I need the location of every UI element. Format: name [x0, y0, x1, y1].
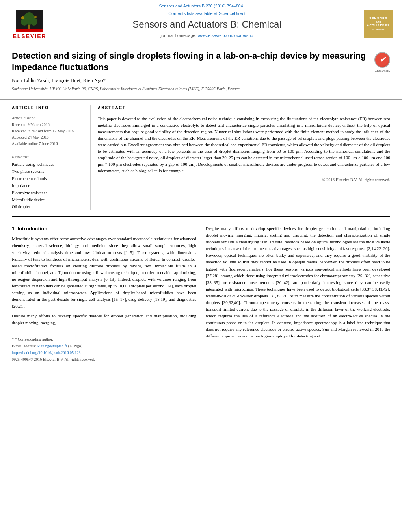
intro-para2-cont: Despite many efforts to develop specific…: [206, 225, 390, 339]
vol-line: Sensors and Actuators B 236 (2016) 794–8…: [8, 3, 394, 9]
kw-5: Electrolyte resistance: [12, 189, 83, 196]
svg-point-6: [34, 16, 37, 18]
journal-header: Sensors and Actuators B 236 (2016) 794–8…: [0, 0, 402, 43]
intro-para2-start: Despite many efforts to develop specific…: [12, 313, 196, 326]
article-title: Detection and sizing of single droplets …: [12, 50, 390, 73]
article-info-col: ARTICLE INFO Article history: Received 9…: [12, 105, 91, 210]
sensors-logo-b: B: Chemical: [372, 28, 385, 31]
contents-line: Contents lists available at ScienceDirec…: [55, 11, 359, 17]
abstract-text: This paper is devoted to the evaluation …: [98, 115, 390, 174]
doi-link[interactable]: http://dx.doi.org/10.1016/j.snb.2016.05.…: [12, 350, 81, 355]
journal-top-bar: ELSEVIER Contents lists available at Sci…: [8, 10, 394, 41]
email-label: E-mail address:: [12, 344, 36, 348]
email-suffix: (K. Ngo).: [68, 344, 84, 348]
main-body: 1. Introduction Microfluidic systems off…: [0, 217, 402, 367]
homepage-url[interactable]: www.elsevier.com/locate/snb: [198, 33, 253, 38]
body-left-col: 1. Introduction Microfluidic systems off…: [12, 225, 196, 363]
journal-homepage: journal homepage: www.elsevier.com/locat…: [55, 33, 359, 39]
two-col-body: 1. Introduction Microfluidic systems off…: [12, 225, 390, 363]
corresponding-note: * * Corresponding author.: [12, 337, 196, 342]
two-col-section: ARTICLE INFO Article history: Received 9…: [0, 99, 402, 210]
abstract-col: ABSTRACT This paper is devoted to the ev…: [91, 105, 390, 210]
svg-rect-7: [16, 29, 43, 32]
elsevier-label: ELSEVIER: [13, 33, 46, 41]
sensors-logo-and: and: [376, 20, 381, 24]
crossmark-area: ✔ CrossMark: [374, 52, 390, 73]
journal-title: Sensors and Actuators B: Chemical: [55, 18, 359, 31]
contents-text: Contents lists available at: [168, 11, 218, 16]
corresponding-text: * Corresponding author.: [15, 337, 53, 341]
received-revised-date: Received in revised form 17 May 2016: [12, 128, 83, 134]
homepage-label: journal homepage:: [161, 33, 197, 38]
sensors-logo-line2: ACTUATORS: [367, 24, 390, 28]
intro-para1: Microfluidic systems offer some attracti…: [12, 235, 196, 310]
crossmark-badge: ✔: [374, 52, 390, 68]
authors-text: Nour Eddin Yakdi, François Huet, Kieu Ng…: [12, 77, 106, 83]
article-header-area: ✔ CrossMark Detection and sizing of sing…: [0, 43, 402, 99]
asterisk: *: [12, 337, 15, 341]
elsevier-logo: ELSEVIER: [8, 10, 51, 41]
intro-title: Introduction: [17, 226, 47, 232]
svg-point-5: [21, 16, 24, 19]
email-link[interactable]: kieu.ngo@upmc.fr: [37, 344, 67, 348]
email-line: E-mail address: kieu.ngo@upmc.fr (K. Ngo…: [12, 343, 196, 349]
intro-num: 1.: [12, 226, 16, 232]
sensors-actuators-logo: SENSORS and ACTUATORS B: Chemical: [363, 10, 394, 38]
affiliation: Sorbonne Universités, UPMC Univ Paris 06…: [12, 86, 390, 92]
received-date: Received 9 March 2016: [12, 122, 83, 128]
kw-7: Oil droplet: [12, 203, 83, 210]
kw-4: Impedance: [12, 182, 83, 189]
body-right-col: Despite many efforts to develop specific…: [206, 225, 390, 363]
page: Sensors and Actuators B 236 (2016) 794–8…: [0, 0, 402, 532]
elsevier-tree-image: [16, 10, 43, 32]
intro-heading: 1. Introduction: [12, 225, 196, 232]
abstract-heading: ABSTRACT: [98, 105, 390, 112]
history-label: Article history:: [12, 115, 83, 121]
keywords-label: Keywords:: [12, 154, 83, 160]
available-date: Available online 7 June 2016: [12, 141, 83, 147]
footnote-area: * * Corresponding author. E-mail address…: [12, 334, 196, 362]
kw-1: Particle sizing techniques: [12, 161, 83, 168]
kw-2: Two-phase systems: [12, 168, 83, 175]
crossmark-label: CrossMark: [374, 69, 390, 73]
authors: Nour Eddin Yakdi, François Huet, Kieu Ng…: [12, 77, 390, 84]
issn-line: 0925-4005/© 2016 Elsevier B.V. All right…: [12, 357, 196, 362]
journal-center: Contents lists available at ScienceDirec…: [55, 10, 359, 39]
accepted-date: Accepted 24 May 2016: [12, 134, 83, 141]
sciencedirect-link[interactable]: ScienceDirect: [219, 11, 246, 16]
vol-text: Sensors and Actuators B 236 (2016) 794–8…: [159, 4, 243, 8]
kw-6: Microfluidic device: [12, 196, 83, 204]
copyright: © 2016 Elsevier B.V. All rights reserved…: [98, 177, 390, 183]
sensors-logo-box: SENSORS and ACTUATORS B: Chemical: [364, 10, 393, 38]
article-dates: Received 9 March 2016 Received in revise…: [12, 122, 83, 147]
sensors-logo-line1: SENSORS: [369, 17, 387, 20]
keywords-list: Particle sizing techniques Two-phase sys…: [12, 161, 83, 210]
doi-line: http://dx.doi.org/10.1016/j.snb.2016.05.…: [12, 350, 196, 356]
svg-point-4: [30, 18, 37, 26]
kw-3: Electrochemical noise: [12, 175, 83, 182]
article-info-heading: ARTICLE INFO: [12, 105, 83, 112]
